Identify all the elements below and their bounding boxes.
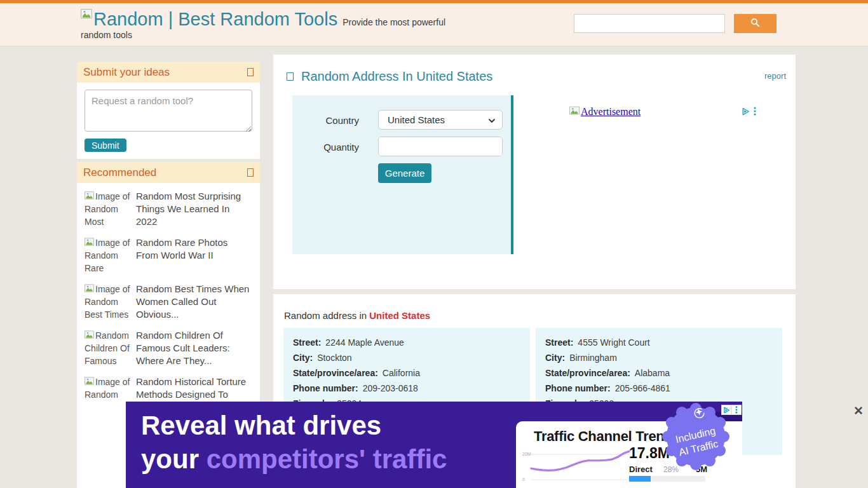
recommended-item-title: Random Rare Photos From World War II [136, 236, 252, 274]
broken-image-icon [85, 190, 94, 203]
recommended-item-image: Image of Random Best Times [85, 283, 133, 321]
generator-form: Country United States Quantity Generate [292, 95, 513, 254]
axis-bottom-label: 0 [522, 477, 525, 482]
broken-image-icon [85, 283, 94, 295]
panel-glyph-icon [247, 168, 254, 177]
recommended-item[interactable]: Image of Random Best Times Random Best T… [85, 283, 252, 321]
site-header: Random | Best Random ToolsProvide the mo… [0, 0, 868, 46]
recommended-item-title: Random Children Of Famous Cult Leaders: … [136, 329, 252, 367]
traffic-trend-chart: 20M 0 [522, 448, 630, 486]
submit-ideas-header: Submit your ideas [77, 62, 260, 83]
site-logo-text: Random | Best Random Tools [93, 9, 337, 29]
recommended-item-image: Image of Random Most [85, 190, 133, 228]
address-city: City:Birmingham [545, 350, 773, 365]
submit-ideas-panel: Submit your ideas Submit [77, 62, 260, 159]
recommended-item[interactable]: Image of Random Rare Random Rare Photos … [85, 236, 252, 274]
address-state: State/province/area:Alabama [545, 365, 773, 381]
advertisement-link: Advertisement [581, 106, 641, 117]
search-icon [750, 18, 760, 29]
broken-image-icon [85, 236, 94, 249]
broken-image-icon [81, 9, 92, 21]
address-street: Street:2244 Maple Avenue [293, 335, 520, 350]
broken-image-icon [85, 329, 94, 342]
recommended-item-image: Random Children Of Famous [85, 329, 133, 367]
broken-image-icon [569, 106, 580, 118]
channel-progress-track [629, 476, 705, 482]
address-street: Street:4555 Wright Court [545, 335, 773, 350]
recommended-item-title: Random Most Surprising Things We Learned… [136, 190, 252, 228]
ad-placeholder[interactable]: Advertisement [569, 106, 641, 118]
channel-label: Direct [629, 464, 653, 474]
address-phone: Phone number:209-203-0618 [293, 381, 520, 396]
address-state: State/province/area:California [293, 365, 520, 381]
panel-glyph-icon [247, 68, 254, 76]
ai-traffic-badge: Including AI Traffic [661, 402, 731, 471]
kebab-menu-icon[interactable] [754, 107, 756, 118]
axis-top-label: 20M [522, 452, 531, 456]
adchoices-icon[interactable] [742, 107, 750, 118]
report-link[interactable]: report [764, 71, 786, 81]
country-label: Country [292, 115, 359, 126]
idea-textarea[interactable] [85, 90, 252, 132]
quantity-input[interactable] [379, 137, 503, 156]
channel-progress-fill [629, 476, 651, 482]
banner-ad[interactable]: Reveal what drives your competitors' tra… [126, 402, 742, 488]
broken-image-icon [85, 376, 94, 388]
recommended-header: Recommended [77, 162, 260, 183]
search-button[interactable] [734, 14, 776, 33]
banner-headline: Reveal what drives your competitors' tra… [141, 409, 447, 476]
results-country: United States [369, 310, 430, 321]
logo[interactable]: Random | Best Random ToolsProvide the mo… [81, 9, 476, 41]
recommended-item[interactable]: Random Children Of Famous Random Childre… [85, 329, 252, 367]
traffic-trend-title: Traffic Channel Trend [534, 428, 673, 445]
address-phone: Phone number:205-966-4861 [545, 381, 773, 396]
country-select[interactable]: United States [378, 110, 503, 130]
kebab-menu-icon[interactable] [731, 405, 742, 415]
recommended-item[interactable]: Image of Random Most Random Most Surpris… [85, 190, 252, 228]
quantity-label: Quantity [292, 142, 359, 152]
title-glyph-icon [287, 72, 294, 81]
address-city: City:Stockton [293, 350, 520, 365]
search-input[interactable] [574, 14, 725, 33]
generate-button[interactable]: Generate [378, 163, 431, 183]
generator-card: Random Address In United States report C… [273, 55, 796, 289]
submit-ideas-title: Submit your ideas [83, 66, 170, 79]
recommended-title: Recommended [83, 166, 156, 179]
submit-idea-button[interactable]: Submit [85, 139, 126, 152]
adchoices-icon[interactable] [721, 405, 731, 415]
results-heading: Random address in United States [284, 310, 430, 321]
recommended-item-image: Image of Random Rare [85, 236, 133, 274]
chevron-down-icon [488, 117, 496, 125]
recommended-item-title: Random Best Times When Women Called Out … [136, 283, 252, 321]
country-select-value: United States [388, 114, 445, 125]
page-title: Random Address In United States [301, 69, 492, 84]
close-ad-button[interactable]: ✕ [853, 403, 864, 418]
